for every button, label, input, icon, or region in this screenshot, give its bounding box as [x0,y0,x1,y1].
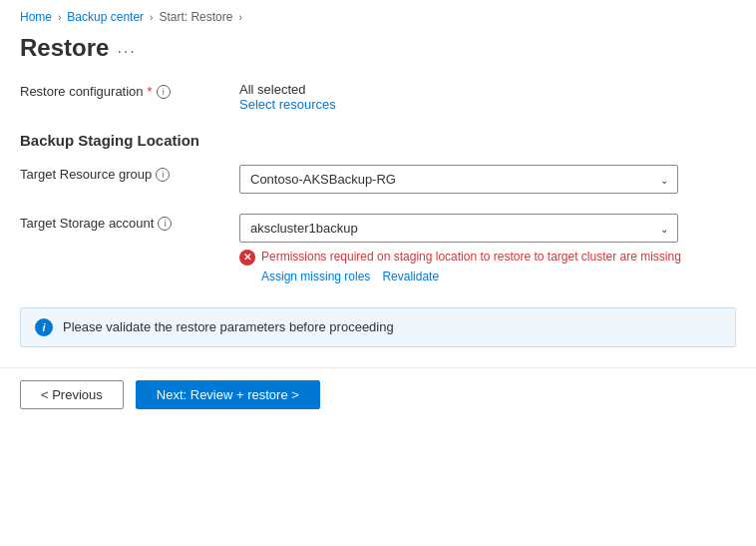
target-rg-label-text: Target Resource group [20,167,152,182]
assign-missing-roles-link[interactable]: Assign missing roles [261,270,370,283]
breadcrumb-sep-2: › [150,12,153,23]
target-rg-dropdown[interactable]: Contoso-AKSBackup-RG [239,165,678,194]
error-x-symbol: ✕ [243,253,251,263]
next-button[interactable]: Next: Review + restore > [136,380,320,409]
info-banner: i Please validate the restore parameters… [20,307,736,347]
breadcrumb-current: Start: Restore [159,10,232,24]
target-rg-value-container: Contoso-AKSBackup-RG ⌄ [239,165,736,194]
target-storage-dropdown[interactable]: akscluster1backup [239,214,678,243]
target-storage-label: Target Storage account i [20,214,239,231]
error-icon: ✕ [239,250,255,266]
footer: < Previous Next: Review + restore > [0,367,756,421]
backup-staging-section: Backup Staging Location Target Resource … [20,132,736,283]
restore-config-label-text: Restore configuration [20,84,144,99]
error-message: Permissions required on staging location… [261,249,736,266]
breadcrumb: Home › Backup center › Start: Restore › [0,0,756,30]
page-title-row: Restore ... [0,30,756,82]
error-block: ✕ Permissions required on staging locati… [239,249,736,283]
backup-staging-title: Backup Staging Location [20,132,736,149]
breadcrumb-sep-3: › [238,12,241,23]
target-storage-label-text: Target Storage account [20,216,154,231]
breadcrumb-home[interactable]: Home [20,10,52,24]
required-indicator: * [148,84,153,99]
error-text-block: Permissions required on staging location… [261,249,736,283]
info-banner-text: Please validate the restore parameters b… [63,319,394,334]
target-rg-label: Target Resource group i [20,165,239,182]
content-area: Restore configuration * i All selected S… [0,82,756,347]
target-rg-info-icon[interactable]: i [156,168,170,182]
target-storage-row: Target Storage account i akscluster1back… [20,214,736,283]
target-rg-row: Target Resource group i Contoso-AKSBacku… [20,165,736,194]
breadcrumb-sep-1: › [58,12,61,23]
target-rg-dropdown-container: Contoso-AKSBackup-RG ⌄ [239,165,678,194]
previous-button[interactable]: < Previous [20,380,124,409]
info-banner-icon: i [35,318,53,336]
target-storage-info-icon[interactable]: i [158,217,172,231]
info-i-symbol: i [42,321,45,333]
restore-config-value: All selected Select resources [239,82,736,112]
restore-config-info-icon[interactable]: i [157,85,171,99]
all-selected-text: All selected [239,82,736,97]
more-options-icon[interactable]: ... [117,39,136,57]
restore-config-row: Restore configuration * i All selected S… [20,82,736,112]
page-title: Restore [20,34,109,62]
breadcrumb-backup-center[interactable]: Backup center [67,10,144,24]
target-storage-dropdown-container: akscluster1backup ⌄ [239,214,678,243]
restore-config-label: Restore configuration * i [20,82,239,99]
revalidate-link[interactable]: Revalidate [382,270,439,283]
select-resources-link[interactable]: Select resources [239,97,736,112]
error-actions: Assign missing roles Revalidate [261,270,736,283]
target-storage-value-container: akscluster1backup ⌄ ✕ Permissions requir… [239,214,736,283]
